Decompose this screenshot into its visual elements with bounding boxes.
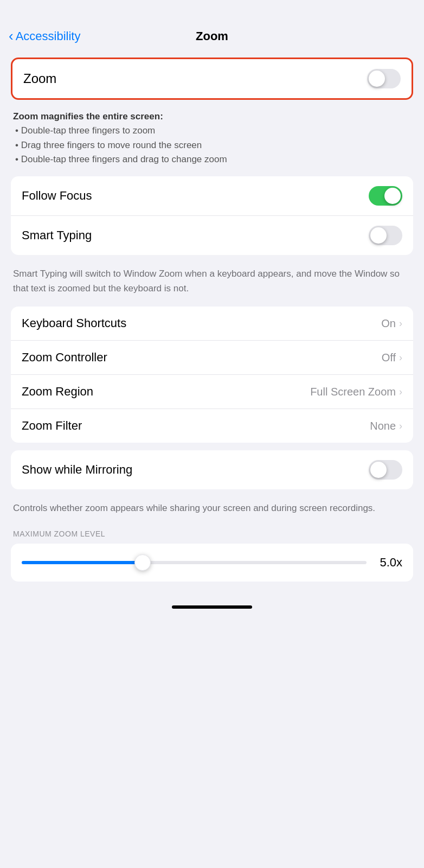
zoom-slider-fill [22, 561, 143, 564]
zoom-slider-track [22, 561, 367, 564]
zoom-desc-list: Double-tap three fingers to zoom Drag th… [13, 124, 413, 167]
keyboard-shortcuts-label: Keyboard Shortcuts [22, 316, 126, 330]
zoom-desc-bold: Zoom magnifies the entire screen: [13, 111, 163, 122]
keyboard-shortcuts-chevron: › [399, 318, 402, 329]
zoom-region-right: Full Screen Zoom › [310, 386, 402, 398]
follow-focus-toggle[interactable] [369, 186, 402, 206]
zoom-filter-row[interactable]: Zoom Filter None › [11, 409, 413, 443]
zoom-slider-value: 5.0x [375, 556, 402, 570]
mirroring-toggle[interactable] [369, 460, 402, 480]
zoom-toggle-thumb [369, 71, 385, 87]
zoom-region-label: Zoom Region [22, 385, 93, 399]
zoom-controller-right: Off › [382, 352, 402, 364]
mirroring-description: Controls whether zoom appears while shar… [11, 497, 413, 526]
smart-typing-toggle[interactable] [369, 226, 402, 245]
zoom-desc-item-3: Double-tap three fingers and drag to cha… [15, 152, 413, 167]
header: ‹ Accessibility Zoom [0, 0, 424, 52]
zoom-controller-label: Zoom Controller [22, 350, 107, 365]
zoom-toggle-row: Zoom [23, 59, 401, 98]
zoom-region-row[interactable]: Zoom Region Full Screen Zoom › [11, 375, 413, 409]
mirroring-label: Show while Mirroring [22, 463, 132, 477]
zoom-region-chevron: › [399, 386, 402, 398]
back-button[interactable]: ‹ Accessibility [9, 29, 80, 43]
content-area: Zoom Zoom magnifies the entire screen: D… [0, 58, 424, 582]
zoom-toggle-label: Zoom [23, 71, 56, 86]
zoom-controller-row[interactable]: Zoom Controller Off › [11, 341, 413, 375]
smart-typing-description: Smart Typing will switch to Window Zoom … [11, 263, 413, 307]
follow-focus-toggle-thumb [384, 188, 401, 204]
zoom-slider-thumb[interactable] [134, 554, 151, 571]
zoom-desc-item-2: Drag three fingers to move round the scr… [15, 138, 413, 152]
chevron-left-icon: ‹ [9, 29, 14, 43]
home-indicator [0, 598, 424, 620]
mirroring-card: Show while Mirroring [11, 450, 413, 489]
smart-typing-row: Smart Typing [11, 216, 413, 255]
zoom-description: Zoom magnifies the entire screen: Double… [11, 107, 413, 176]
zoom-region-value: Full Screen Zoom [310, 386, 396, 398]
smart-typing-label: Smart Typing [22, 228, 92, 242]
page-title: Zoom [196, 29, 228, 43]
back-label: Accessibility [16, 29, 81, 43]
keyboard-shortcuts-right: On › [381, 317, 402, 330]
smart-typing-toggle-thumb [370, 227, 387, 244]
options-card: Keyboard Shortcuts On › Zoom Controller … [11, 307, 413, 443]
zoom-desc-item-1: Double-tap three fingers to zoom [15, 124, 413, 138]
zoom-filter-value: None [370, 420, 396, 432]
follow-focus-label: Follow Focus [22, 189, 92, 203]
zoom-toggle-card: Zoom [11, 58, 413, 100]
zoom-controller-chevron: › [399, 352, 402, 363]
keyboard-shortcuts-value: On [381, 317, 396, 330]
zoom-controller-value: Off [382, 352, 396, 364]
zoom-filter-chevron: › [399, 420, 402, 432]
zoom-level-slider-card: 5.0x [11, 544, 413, 582]
follow-focus-row: Follow Focus [11, 176, 413, 216]
mirroring-row: Show while Mirroring [11, 450, 413, 489]
max-zoom-section-label: MAXIMUM ZOOM LEVEL [11, 526, 413, 544]
zoom-filter-label: Zoom Filter [22, 419, 82, 433]
mirroring-toggle-thumb [370, 462, 387, 478]
home-bar [172, 605, 252, 609]
keyboard-shortcuts-row[interactable]: Keyboard Shortcuts On › [11, 307, 413, 341]
focus-card: Follow Focus Smart Typing [11, 176, 413, 255]
zoom-filter-right: None › [370, 420, 402, 432]
zoom-toggle[interactable] [367, 69, 401, 88]
